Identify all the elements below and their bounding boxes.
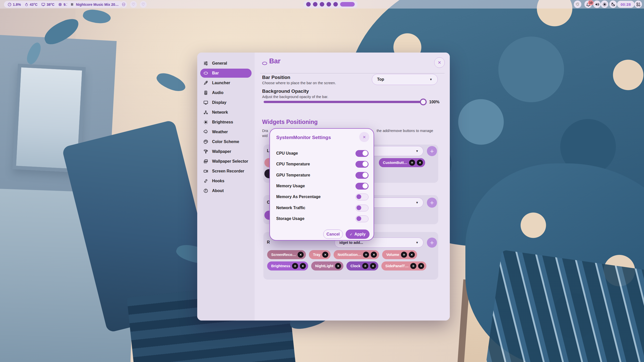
opacity-slider-track[interactable]: [264, 101, 425, 103]
sidebar-item-bar[interactable]: Bar: [200, 69, 252, 78]
chip-remove-button[interactable]: ×: [322, 252, 328, 258]
modal-close-button[interactable]: ×: [359, 132, 369, 142]
cancel-button[interactable]: Cancel: [323, 230, 343, 239]
right-widgets-add-button[interactable]: +: [427, 238, 437, 248]
workspace-dot-5[interactable]: [333, 2, 338, 7]
chip-label: Clock: [350, 264, 360, 268]
sidebar-label: Bar: [212, 71, 219, 75]
left-widgets-add-button[interactable]: +: [427, 146, 437, 156]
sidebar-item-about[interactable]: About: [200, 186, 252, 195]
media-player-widget[interactable]: Nightcore Music Mix 20…: [67, 1, 122, 8]
bar-position-value: Top: [377, 77, 429, 82]
sidebar-label: Weather: [212, 130, 228, 134]
flame-icon: [25, 3, 28, 7]
sidebar-item-launcher[interactable]: Launcher: [200, 78, 252, 87]
tray-app-button[interactable]: [574, 1, 581, 8]
media-skull-button[interactable]: [120, 1, 127, 8]
chip-settings-button[interactable]: [363, 252, 369, 258]
apply-button[interactable]: ✓ Apply: [346, 230, 370, 239]
close-icon: ×: [337, 264, 339, 268]
system-stats-widget[interactable]: 1.8% 43°C 38°C 9.7G: [4, 1, 75, 8]
widget-chip-volume[interactable]: Volume ×: [382, 250, 417, 259]
brightness-button[interactable]: [601, 1, 608, 8]
bar-oval-icon: [262, 60, 268, 66]
weather-icon: [203, 129, 208, 134]
memory-as-percentage-toggle[interactable]: [355, 194, 369, 200]
widget-chip-nightlight[interactable]: NightLight ×: [311, 261, 343, 270]
chip-settings-button[interactable]: [362, 263, 368, 269]
dropdown-placeholder: idget to add...: [339, 241, 416, 245]
memory-usage-toggle[interactable]: [355, 183, 369, 190]
widget-chip-custombutton[interactable]: CustomButt… ×: [379, 158, 425, 167]
widget-chip-notifications[interactable]: Notification… ×: [334, 250, 379, 259]
volume-button[interactable]: [593, 1, 601, 8]
header-divider: [260, 73, 445, 73]
widget-chip-clock[interactable]: Clock ×: [346, 261, 378, 270]
widgets-description-fragment: Dra: [262, 129, 268, 133]
sidebar-item-network[interactable]: Network: [200, 108, 252, 117]
storage-usage-toggle[interactable]: [355, 215, 369, 222]
toggle-knob: [363, 151, 368, 156]
paint-roller-icon: [203, 149, 208, 154]
widget-chip-brightness[interactable]: Brightness ×: [267, 261, 308, 270]
chip-remove-button[interactable]: ×: [417, 160, 423, 166]
chip-remove-button[interactable]: ×: [418, 263, 424, 269]
sidebar-item-wallpaper[interactable]: Wallpaper: [200, 147, 252, 156]
widget-chip-screenrecorder[interactable]: ScreenReco… ×: [267, 250, 306, 259]
clock-widget[interactable]: 00:28: [617, 1, 634, 8]
chip-settings-button[interactable]: [292, 263, 298, 269]
widget-chip-sidepanel[interactable]: SidePanelT… ×: [381, 261, 427, 270]
cpu-temperature-toggle[interactable]: [355, 161, 369, 168]
center-widgets-add-button[interactable]: +: [427, 198, 437, 208]
night-light-button[interactable]: [609, 1, 617, 8]
chip-remove-button[interactable]: ×: [335, 263, 341, 269]
chip-icon: [58, 3, 62, 7]
cpu-usage-toggle[interactable]: [355, 150, 369, 157]
window-close-button[interactable]: ×: [434, 57, 445, 68]
image-stack-icon: [203, 159, 208, 164]
chip-remove-button[interactable]: ×: [370, 263, 376, 269]
media-heart-button-2[interactable]: ♡: [140, 1, 147, 8]
link-icon: [203, 178, 208, 184]
network-traffic-toggle[interactable]: [355, 205, 369, 211]
media-heart-button[interactable]: ♡: [130, 1, 137, 8]
chip-settings-button[interactable]: [401, 252, 407, 258]
chip-remove-button[interactable]: ×: [298, 252, 304, 258]
sidebar-item-audio[interactable]: Audio: [200, 88, 252, 97]
bar-position-dropdown[interactable]: Top ▼: [372, 74, 438, 85]
sidebar-item-screen-recorder[interactable]: Screen Recorder: [200, 167, 252, 176]
workspace-dot-4[interactable]: [327, 2, 331, 7]
cancel-label: Cancel: [327, 232, 340, 237]
workspace-dot-2[interactable]: [313, 2, 317, 7]
cpu-temp-stat: 43°C: [25, 3, 37, 7]
chip-settings-button[interactable]: [409, 160, 415, 166]
settings-sidebar: General Bar Launcher Audio Display Netwo…: [197, 53, 255, 321]
toggle-knob: [363, 172, 368, 178]
sidebar-item-wallpaper-selector[interactable]: Wallpaper Selector: [200, 157, 252, 166]
gpu-temperature-toggle[interactable]: [355, 172, 369, 179]
side-panel-button[interactable]: [634, 1, 642, 8]
plus-icon: +: [430, 147, 434, 155]
chip-remove-button[interactable]: ×: [409, 252, 415, 258]
opacity-slider-knob[interactable]: [420, 99, 427, 105]
chip-remove-button[interactable]: ×: [300, 263, 306, 269]
toggle-knob: [363, 161, 368, 167]
chip-remove-button[interactable]: ×: [371, 252, 377, 258]
toggle-label: Storage Usage: [276, 216, 304, 221]
workspace-dot-3[interactable]: [320, 2, 324, 7]
sidebar-label: Color Scheme: [212, 140, 239, 144]
sidebar-item-general[interactable]: General: [200, 59, 252, 68]
workspace-dot-1[interactable]: [306, 2, 311, 7]
sidebar-item-display[interactable]: Display: [200, 98, 252, 107]
sidebar-item-hooks[interactable]: Hooks: [200, 176, 252, 186]
widget-chip-tray[interactable]: Tray ×: [309, 250, 331, 259]
close-icon: ×: [302, 264, 304, 268]
workspace-active-pill[interactable]: [340, 2, 355, 7]
display-icon: [203, 100, 208, 105]
modal-title: SystemMonitor Settings: [276, 135, 331, 140]
chip-settings-button[interactable]: [410, 263, 416, 269]
sidebar-item-weather[interactable]: Weather: [200, 127, 252, 137]
toggle-label: CPU Usage: [276, 151, 298, 156]
sidebar-item-color-scheme[interactable]: Color Scheme: [200, 137, 252, 146]
sidebar-item-brightness[interactable]: Brightness: [200, 118, 252, 127]
